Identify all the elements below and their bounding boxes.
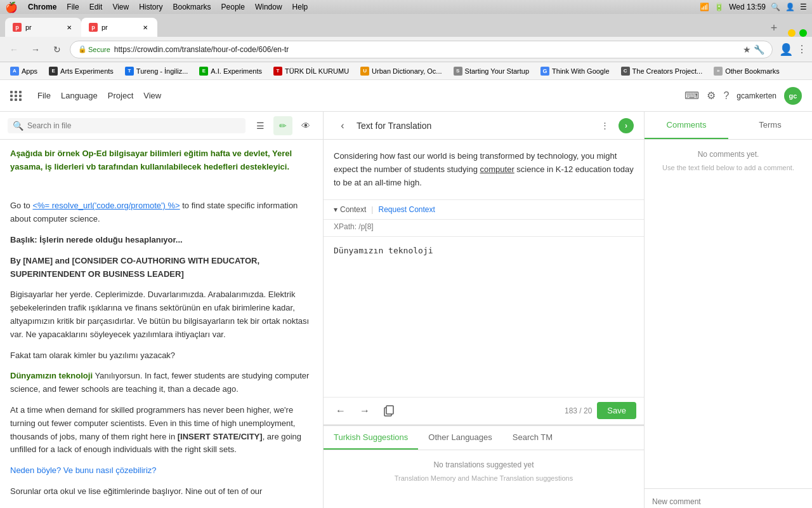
prev-segment-btn[interactable]: ‹	[334, 117, 351, 135]
tab-close-1[interactable]: ✕	[141, 23, 150, 32]
source-para-5: Bigisayarlar her yerde. Ceplerimizde. Du…	[10, 288, 313, 341]
file-menu-item[interactable]: File	[37, 91, 51, 100]
search-input[interactable]	[27, 121, 240, 130]
bookmark-ai[interactable]: E A.I. Experiments	[194, 65, 267, 77]
keyboard-icon[interactable]: ⌨	[684, 90, 699, 102]
grid-menu-icon[interactable]	[10, 91, 22, 101]
view-menu-item[interactable]: View	[143, 91, 161, 100]
help-menu[interactable]: Help	[292, 3, 308, 11]
source-para-7: Dünyamızın teknoloji Yanılıyorsun. In fa…	[10, 370, 313, 396]
bookmark-startup[interactable]: S Starting Your Startup	[449, 65, 535, 77]
history-menu[interactable]: History	[139, 3, 162, 11]
new-tab-button[interactable]: +	[765, 19, 783, 37]
chrome-tab-0[interactable]: p pr ✕	[5, 18, 81, 37]
file-menu[interactable]: File	[67, 3, 79, 11]
expand-btn[interactable]: ›	[619, 118, 634, 133]
save-button[interactable]: Save	[597, 402, 636, 419]
help-icon[interactable]: ?	[723, 90, 729, 102]
new-comment-input[interactable]	[652, 497, 804, 506]
other-languages-tab[interactable]: Other Languages	[418, 426, 502, 450]
search-box[interactable]: 🔍	[8, 118, 246, 133]
bookmark-label: Arts Experiments	[60, 67, 114, 75]
extension-icon[interactable]: 🔧	[754, 44, 764, 55]
profile-icon[interactable]: 👤	[779, 43, 793, 57]
bookmark-label: Starting Your Startup	[465, 67, 530, 75]
menubar-right: 📶 🔋 Wed 13:59 🔍 👤 ☰	[700, 3, 807, 11]
url-text[interactable]: https://crowdin.com/translate/hour-of-co…	[114, 45, 739, 54]
window-menu[interactable]: Window	[255, 3, 282, 11]
panel-more-btn[interactable]: ⋮	[596, 117, 613, 135]
turk-icon: T	[273, 67, 282, 76]
next-translation-btn[interactable]: →	[355, 401, 374, 420]
list-view-btn[interactable]: ☰	[251, 116, 270, 135]
right-tabs: Comments Terms	[645, 112, 812, 140]
request-context-link[interactable]: Request Context	[378, 205, 435, 214]
bookmark-creators[interactable]: C The Creators Project...	[616, 65, 708, 77]
language-menu-item[interactable]: Language	[61, 91, 98, 100]
bold-green-text: Aşağıda bir örnek Op-Ed bilgisayar bilim…	[10, 149, 292, 171]
turkish-suggestions-tab[interactable]: Turkish Suggestions	[324, 426, 418, 450]
char-count: 183 / 20	[565, 406, 592, 415]
control-icon[interactable]: ☰	[800, 3, 807, 11]
settings-icon[interactable]: ⚙	[707, 90, 716, 102]
secure-label: Secure	[88, 46, 110, 53]
creators-icon: C	[621, 67, 630, 76]
tab-close-0[interactable]: ✕	[65, 23, 74, 32]
search-tm-tab[interactable]: Search TM	[502, 426, 563, 450]
preview-btn[interactable]: 👁	[296, 116, 315, 135]
copy-source-btn[interactable]	[379, 401, 398, 420]
chrome-tab-1[interactable]: p pr ✕	[81, 18, 157, 37]
forward-button[interactable]: →	[27, 41, 44, 58]
edit-menu[interactable]: Edit	[89, 3, 103, 11]
chrome-menu[interactable]: Chrome	[28, 3, 56, 11]
bookmark-google[interactable]: G Think With Google	[535, 65, 614, 77]
minimize-btn[interactable]	[788, 29, 796, 37]
prev-translation-btn[interactable]: ←	[331, 401, 350, 420]
people-menu[interactable]: People	[221, 3, 245, 11]
context-toggle[interactable]: ▾ Context	[334, 205, 366, 214]
notifications-icon[interactable]: 👤	[785, 3, 795, 11]
terms-tab[interactable]: Terms	[728, 112, 812, 139]
translation-textarea[interactable]: Dünyamızın teknoloji	[334, 244, 634, 295]
bookmark-other[interactable]: » Other Bookmarks	[709, 65, 785, 77]
bookmark-turk[interactable]: T TÜRK DİL KURUMU	[268, 65, 354, 77]
maximize-btn[interactable]	[799, 29, 807, 37]
other-icon: »	[714, 67, 723, 76]
comments-tab[interactable]: Comments	[645, 112, 728, 139]
search-menubar-icon[interactable]: 🔍	[771, 3, 780, 11]
translation-area[interactable]: Dünyamızın teknoloji	[324, 237, 644, 396]
bookmark-urban[interactable]: U Urban Dictionary, Oc...	[355, 65, 447, 77]
refresh-button[interactable]: ↻	[48, 41, 66, 58]
edit-view-btn[interactable]: ✏	[273, 116, 292, 135]
tm-hint: Translation Memory and Machine Translati…	[334, 474, 634, 482]
address-input[interactable]: 🔒 Secure https://crowdin.com/translate/h…	[70, 41, 773, 58]
new-comment-area[interactable]	[645, 488, 812, 508]
bookmarks-bar: A Apps E Arts Experiments T Tureng - İng…	[0, 62, 812, 80]
left-panel: 🔍 ☰ ✏ 👁 Aşağıda bir örnek Op-Ed bilgisay…	[0, 112, 324, 508]
bookmarks-menu[interactable]: Bookmarks	[173, 3, 211, 11]
address-icons: ★ 🔧	[743, 44, 764, 55]
context-bar: ▾ Context | Request Context	[324, 200, 644, 220]
apple-menu[interactable]: 🍎	[5, 1, 18, 13]
bookmark-tureng[interactable]: T Tureng - İngiliz...	[120, 65, 193, 77]
source-para-3: Başlık: İşlerin nerede olduğu hesaplanıy…	[10, 234, 313, 247]
source-para-8: At a time when demand for skilled progra…	[10, 404, 313, 457]
translation-footer: ← → 183 / 20 Save	[324, 397, 644, 425]
bookmark-arts[interactable]: E Arts Experiments	[44, 65, 119, 77]
source-segment: Considering how fast our world is being …	[324, 140, 644, 200]
source-text-list: Aşağıda bir örnek Op-Ed bilgisayar bilim…	[10, 147, 313, 498]
computer-underline: computer	[480, 164, 514, 174]
user-avatar[interactable]: gc	[784, 87, 802, 105]
view-menu[interactable]: View	[112, 3, 129, 11]
left-toolbar-icons: ☰ ✏ 👁	[251, 116, 315, 135]
star-icon[interactable]: ★	[743, 44, 751, 55]
code-link[interactable]: <%= resolve_url('code.org/promote') %>	[32, 201, 180, 210]
bookmark-apps[interactable]: A Apps	[5, 65, 43, 77]
tab-favicon-1: p	[89, 23, 98, 32]
mac-menubar: 🍎 Chrome File Edit View History Bookmark…	[0, 0, 812, 14]
translation-header: ‹ Text for Translation ⋮ ›	[324, 112, 644, 140]
back-button[interactable]: ←	[5, 41, 23, 58]
bookmark-label: A.I. Experiments	[211, 67, 262, 75]
extensions-btn[interactable]: ⋮	[797, 43, 807, 55]
project-menu-item[interactable]: Project	[108, 91, 133, 100]
